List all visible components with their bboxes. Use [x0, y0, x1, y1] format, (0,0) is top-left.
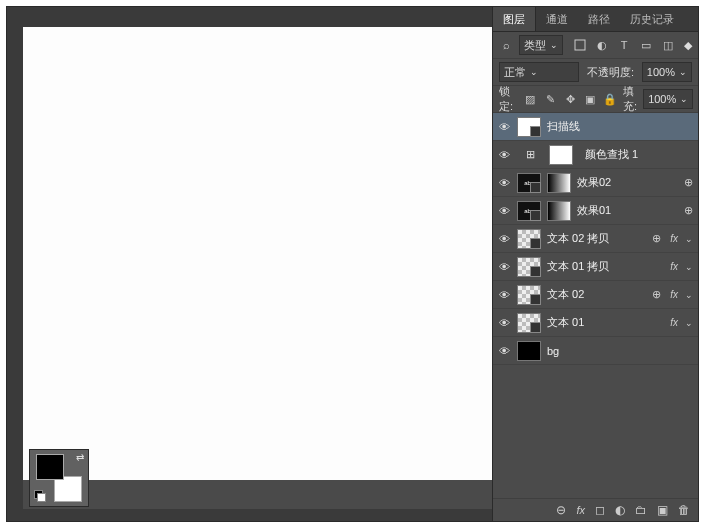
layer-mask-thumbnail[interactable]: [549, 145, 573, 165]
visibility-toggle-icon[interactable]: 👁: [497, 205, 511, 217]
new-adjustment-icon[interactable]: ◐: [615, 503, 625, 517]
tab-history[interactable]: 历史记录: [620, 7, 684, 31]
visibility-toggle-icon[interactable]: 👁: [497, 289, 511, 301]
layer-row[interactable]: 👁 文本 01 fx ⌄: [493, 309, 698, 337]
opacity-label: 不透明度:: [587, 65, 634, 80]
visibility-toggle-icon[interactable]: 👁: [497, 121, 511, 133]
fx-badge[interactable]: fx: [670, 317, 678, 328]
layer-name[interactable]: 文本 02 拷贝: [547, 231, 644, 246]
visibility-toggle-icon[interactable]: 👁: [497, 261, 511, 273]
lock-pixels-icon[interactable]: ✎: [543, 93, 557, 106]
layer-thumbnail[interactable]: abc: [517, 201, 541, 221]
layer-link-icon[interactable]: ⊕: [650, 288, 662, 301]
link-layers-icon[interactable]: ⊖: [556, 503, 566, 517]
layer-thumbnail[interactable]: [517, 257, 541, 277]
foreground-color-swatch[interactable]: [36, 454, 64, 480]
fx-badge[interactable]: fx: [670, 233, 678, 244]
fx-badge[interactable]: fx: [670, 261, 678, 272]
filter-adjustment-icon[interactable]: ◐: [595, 38, 609, 52]
color-swatch-tool[interactable]: ⇄: [29, 449, 89, 507]
layer-row[interactable]: 👁 abc 效果02 ⊕: [493, 169, 698, 197]
layer-name[interactable]: 效果02: [577, 175, 676, 190]
filter-type-icons: ◐ T ▭ ◫: [573, 38, 675, 52]
opacity-value: 100%: [647, 66, 675, 78]
blend-mode-value: 正常: [504, 65, 526, 80]
visibility-toggle-icon[interactable]: 👁: [497, 317, 511, 329]
filter-text-icon[interactable]: T: [617, 38, 631, 52]
app-frame: ⇄ 图层 通道 路径 历史记录 ⌕ 类型 ⌄ ◐ T ▭ ◫ ◆: [6, 6, 699, 522]
fx-expand-icon[interactable]: ⌄: [684, 290, 694, 300]
panel-footer: ⊖ fx ◻ ◐ 🗀 ▣ 🗑: [493, 498, 698, 521]
blend-row: 正常 ⌄ 不透明度: 100% ⌄: [493, 59, 698, 86]
filter-shape-icon[interactable]: ▭: [639, 38, 653, 52]
layer-row[interactable]: 👁 文本 02 拷贝 ⊕ fx ⌄: [493, 225, 698, 253]
layer-thumbnail[interactable]: [517, 229, 541, 249]
lock-icons: ▨ ✎ ✥ ▣ 🔒: [523, 93, 617, 106]
opacity-input[interactable]: 100% ⌄: [642, 62, 692, 82]
visibility-toggle-icon[interactable]: 👁: [497, 149, 511, 161]
lock-artboard-icon[interactable]: ▣: [583, 93, 597, 106]
layer-name[interactable]: 文本 02: [547, 287, 644, 302]
adjustment-icon[interactable]: ⊞: [517, 144, 543, 166]
visibility-toggle-icon[interactable]: 👁: [497, 345, 511, 357]
fx-badge[interactable]: fx: [670, 289, 678, 300]
lock-row: 锁定: ▨ ✎ ✥ ▣ 🔒 填充: 100% ⌄: [493, 86, 698, 113]
layer-thumbnail[interactable]: [517, 341, 541, 361]
document-canvas[interactable]: [23, 27, 493, 480]
layers-panel: 图层 通道 路径 历史记录 ⌕ 类型 ⌄ ◐ T ▭ ◫ ◆ 正常 ⌄: [492, 7, 698, 521]
fill-label: 填充:: [623, 84, 637, 114]
fill-input[interactable]: 100% ⌄: [643, 89, 693, 109]
visibility-toggle-icon[interactable]: 👁: [497, 177, 511, 189]
panel-menu-icon[interactable]: ◆: [684, 39, 692, 52]
filter-kind-label: 类型: [524, 38, 546, 53]
filter-pixel-icon[interactable]: [573, 38, 587, 52]
tab-layers[interactable]: 图层: [493, 7, 536, 31]
layer-thumbnail[interactable]: [517, 313, 541, 333]
new-layer-icon[interactable]: ▣: [657, 503, 668, 517]
fx-expand-icon[interactable]: ⌄: [684, 262, 694, 272]
tab-channels[interactable]: 通道: [536, 7, 578, 31]
layer-thumbnail[interactable]: [517, 117, 541, 137]
layer-link-icon[interactable]: ⊕: [650, 232, 662, 245]
delete-layer-icon[interactable]: 🗑: [678, 503, 690, 517]
swap-colors-icon[interactable]: ⇄: [76, 452, 84, 463]
layer-row[interactable]: 👁 文本 01 拷贝 fx ⌄: [493, 253, 698, 281]
layer-name[interactable]: 效果01: [577, 203, 676, 218]
chevron-down-icon: ⌄: [530, 67, 538, 77]
layer-list: 👁 扫描线 👁 ⊞ 颜色查找 1 👁 abc 效果02 ⊕ 👁 abc: [493, 113, 698, 498]
layer-name[interactable]: 颜色查找 1: [585, 147, 694, 162]
layer-row[interactable]: 👁 扫描线: [493, 113, 698, 141]
tab-paths[interactable]: 路径: [578, 7, 620, 31]
layer-thumbnail[interactable]: [517, 285, 541, 305]
layer-row[interactable]: 👁 abc 效果01 ⊕: [493, 197, 698, 225]
lock-position-icon[interactable]: ✥: [563, 93, 577, 106]
visibility-toggle-icon[interactable]: 👁: [497, 233, 511, 245]
new-group-icon[interactable]: 🗀: [635, 503, 647, 517]
layer-row[interactable]: 👁 bg: [493, 337, 698, 365]
layer-mask-thumbnail[interactable]: [547, 173, 571, 193]
fx-expand-icon[interactable]: ⌄: [684, 318, 694, 328]
layer-row[interactable]: 👁 ⊞ 颜色查找 1: [493, 141, 698, 169]
layer-name[interactable]: bg: [547, 345, 694, 357]
filter-kind-select[interactable]: 类型 ⌄: [519, 35, 563, 55]
layer-name[interactable]: 文本 01: [547, 315, 662, 330]
layer-fx-icon[interactable]: fx: [576, 504, 585, 516]
canvas-area[interactable]: [23, 27, 493, 509]
filter-row: ⌕ 类型 ⌄ ◐ T ▭ ◫ ◆: [493, 32, 698, 59]
filter-smartobject-icon[interactable]: ◫: [661, 38, 675, 52]
fx-expand-icon[interactable]: ⌄: [684, 234, 694, 244]
layer-link-icon[interactable]: ⊕: [682, 176, 694, 189]
default-colors-icon[interactable]: [34, 490, 46, 502]
layer-thumbnail[interactable]: abc: [517, 173, 541, 193]
layer-name[interactable]: 扫描线: [547, 119, 694, 134]
layer-mask-thumbnail[interactable]: [547, 201, 571, 221]
add-mask-icon[interactable]: ◻: [595, 503, 605, 517]
blend-mode-select[interactable]: 正常 ⌄: [499, 62, 579, 82]
lock-all-icon[interactable]: 🔒: [603, 93, 617, 106]
layer-link-icon[interactable]: ⊕: [682, 204, 694, 217]
layer-row[interactable]: 👁 文本 02 ⊕ fx ⌄: [493, 281, 698, 309]
search-icon[interactable]: ⌕: [499, 39, 513, 51]
layer-name[interactable]: 文本 01 拷贝: [547, 259, 662, 274]
chevron-down-icon: ⌄: [679, 67, 687, 77]
lock-transparent-icon[interactable]: ▨: [523, 93, 537, 106]
